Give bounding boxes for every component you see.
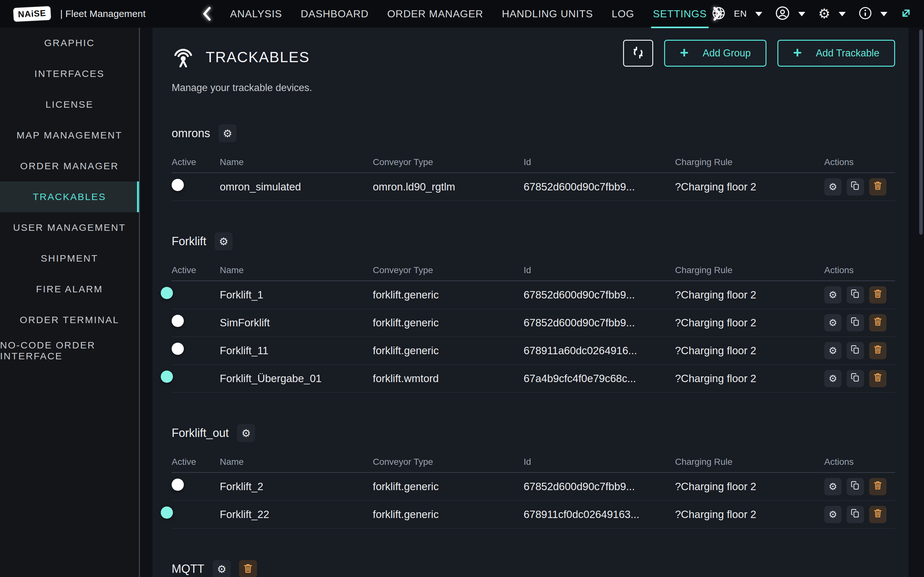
sidebar-item-user-management[interactable]: USER MANAGEMENT [0,212,139,243]
gear-icon: ⚙ [829,482,837,492]
row-delete-button[interactable] [869,178,887,195]
settings-sidebar: GRAPHICINTERFACESLICENSEMAP MANAGEMENTOR… [0,27,139,577]
row-delete-button[interactable] [869,342,887,359]
col-actions: Actions [824,265,895,276]
add-trackable-button[interactable]: + Add Trackable [777,40,895,67]
toggle-knob [161,287,173,299]
fullscreen-expand-icon[interactable] [899,6,913,21]
row-delete-button[interactable] [869,286,887,303]
row-name: Forklift_1 [220,289,373,301]
row-actions: ⚙ [824,342,895,359]
toggle-knob [172,179,184,191]
group-title: omrons [172,127,210,140]
copy-icon [851,372,860,385]
trackable-row: Forklift_Übergabe_01 forklift.wmtord 67a… [172,365,895,393]
trackable-group: Forklift ⚙ Active Name Conveyor Type Id … [172,232,895,393]
sidebar-scrollbar[interactable] [139,27,140,577]
col-conveyor-type: Conveyor Type [373,157,523,167]
trash-icon [873,181,882,193]
add-group-button[interactable]: + Add Group [664,40,766,67]
row-copy-button[interactable] [846,370,864,387]
nav-scroll-left-icon[interactable] [202,7,212,21]
top-bar: NAiSE | Fleet Management ANALYSISDASHBOA… [0,0,924,27]
naise-logo[interactable]: NAiSE [13,6,51,22]
user-account-icon[interactable] [775,6,790,22]
settings-gear-icon[interactable]: ⚙ [818,7,830,21]
row-copy-button[interactable] [846,178,864,195]
main-panel: TRACKABLES Manage your trackable devices… [152,27,909,577]
gear-icon: ⚙ [217,564,226,574]
row-settings-button[interactable]: ⚙ [824,370,842,387]
row-delete-button[interactable] [869,370,887,387]
sidebar-item-fire-alarm[interactable]: FIRE ALARM [0,274,139,305]
gear-icon: ⚙ [223,128,232,139]
trackable-row: SimForklift forklift.generic 67852d600d9… [172,309,895,337]
row-settings-button[interactable]: ⚙ [824,314,842,332]
row-copy-button[interactable] [846,286,864,303]
sidebar-item-map-management[interactable]: MAP MANAGEMENT [0,120,139,151]
row-delete-button[interactable] [869,314,887,332]
row-name: Forklift_22 [220,508,373,521]
trackable-row: Forklift_11 forklift.generic 678911a60dc… [172,337,895,365]
trackable-row: omron_simulated omron.ld90_rgtlm 67852d6… [172,173,895,201]
row-active-cell [172,181,220,193]
add-group-label: Add Group [703,47,751,59]
sidebar-item-interfaces[interactable]: INTERFACES [0,58,139,89]
nav-tab-handling-units[interactable]: HANDLING UNITS [502,8,593,20]
user-caret-icon[interactable] [798,12,805,16]
trackable-row: Forklift_2 forklift.generic 67852d600d90… [172,473,895,501]
col-active: Active [172,457,220,467]
group-title: MQTT [172,562,204,576]
row-actions: ⚙ [824,506,895,523]
sidebar-item-license[interactable]: LICENSE [0,89,139,120]
row-id: 67a4b9cfc4f0e79c68c... [523,372,675,385]
row-copy-button[interactable] [846,342,864,359]
info-caret-icon[interactable] [880,12,887,16]
group-settings-button[interactable]: ⚙ [215,232,233,250]
row-settings-button[interactable]: ⚙ [824,478,842,495]
row-settings-button[interactable]: ⚙ [824,342,842,359]
row-delete-button[interactable] [869,478,887,495]
row-id: 67852d600d90c7fbb9... [523,480,675,493]
nav-tab-order-manager[interactable]: ORDER MANAGER [387,8,483,20]
sidebar-item-no-code-order-interface[interactable]: NO-CODE ORDER INTERFACE [0,335,139,366]
row-delete-button[interactable] [869,506,887,523]
row-actions: ⚙ [824,370,895,387]
page-scrollbar-thumb[interactable] [919,29,923,235]
gear-icon: ⚙ [829,374,837,384]
group-settings-button[interactable]: ⚙ [237,424,255,442]
settings-caret-icon[interactable] [838,12,846,16]
group-rows: omron_simulated omron.ld90_rgtlm 67852d6… [172,173,895,201]
nav-tab-analysis[interactable]: ANALYSIS [230,8,282,20]
language-caret-icon[interactable] [755,12,762,16]
row-settings-button[interactable]: ⚙ [824,506,842,523]
sidebar-item-shipment[interactable]: SHIPMENT [0,243,139,274]
row-copy-button[interactable] [846,314,864,332]
sidebar-item-trackables[interactable]: TRACKABLES [0,181,139,212]
row-active-cell [172,508,220,521]
gear-icon: ⚙ [829,290,837,300]
group-delete-button[interactable] [239,560,257,577]
col-name: Name [220,265,373,276]
group-settings-button[interactable]: ⚙ [213,560,231,577]
row-settings-button[interactable]: ⚙ [824,286,842,303]
nav-tab-settings[interactable]: SETTINGS [653,8,707,20]
refresh-button[interactable] [623,40,653,67]
row-id: 67852d600d90c7fbb9... [523,289,675,301]
sidebar-item-graphic[interactable]: GRAPHIC [0,27,139,58]
group-settings-button[interactable]: ⚙ [218,124,236,142]
sidebar-item-order-terminal[interactable]: ORDER TERMINAL [0,305,139,335]
globe-icon[interactable] [712,6,725,21]
nav-tab-log[interactable]: LOG [612,8,634,20]
row-copy-button[interactable] [846,506,864,523]
row-name: SimForklift [220,317,373,329]
brand-text: NAiSE [18,8,46,19]
row-copy-button[interactable] [846,478,864,495]
sidebar-item-order-manager[interactable]: ORDER MANAGER [0,151,139,181]
info-icon[interactable] [859,6,872,21]
group-title: Forklift [172,235,206,248]
col-charging-rule: Charging Rule [675,157,824,167]
trash-icon [873,317,882,329]
row-settings-button[interactable]: ⚙ [824,178,842,195]
nav-tab-dashboard[interactable]: DASHBOARD [300,8,368,20]
